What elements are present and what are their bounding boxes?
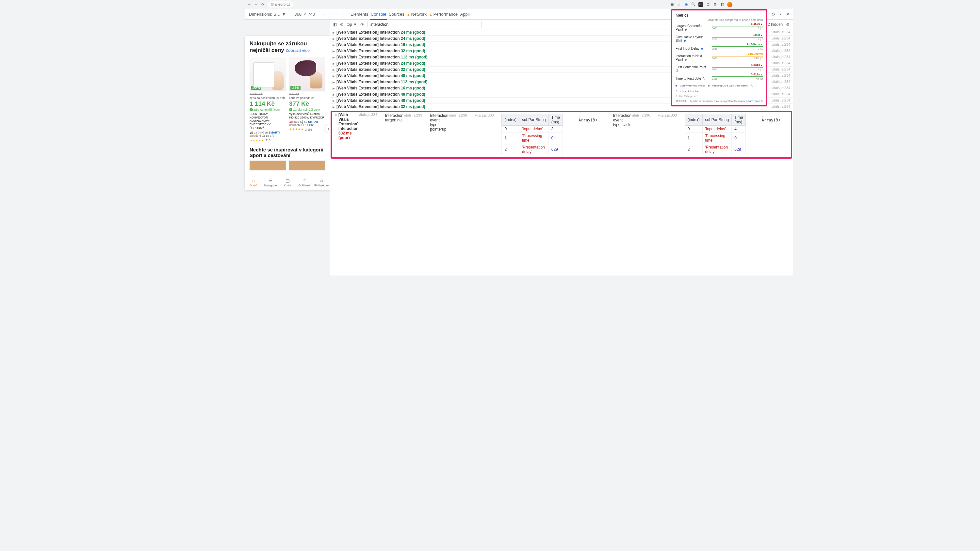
devtools-tab-performance[interactable]: Performance	[429, 9, 458, 19]
tab-kategorie[interactable]: ☰Kategorie	[262, 178, 279, 187]
panel-icon[interactable]: ◧	[720, 2, 725, 7]
price: 1 114 Kč	[250, 100, 286, 107]
dimensions-select[interactable]: Dimensions: S… ▼	[249, 12, 286, 17]
metric-row: Largest Contentful Paint 5.455s96%3 | 1	[676, 24, 763, 31]
inspect-icon[interactable]: ⬚	[333, 12, 337, 17]
height-input[interactable]: 740	[308, 12, 315, 17]
array-toggle[interactable]: Array(3)	[571, 113, 605, 123]
filter-input[interactable]	[368, 21, 482, 28]
tab-košík[interactable]: ▢Košík	[279, 178, 296, 187]
back-icon[interactable]: ←	[248, 2, 251, 6]
settings-icon[interactable]: ⚙	[771, 12, 775, 17]
price: 377 Kč	[289, 100, 325, 107]
ext3-icon[interactable]: CV	[698, 2, 703, 7]
device-preview-pane: Dimensions: S… ▼ 360 × 740 ⋮ Nakupujte s…	[245, 9, 330, 275]
devtools-pane: ⬚ ▯ Elements Console Sources Network Per…	[330, 9, 793, 275]
table-row: 0'Input delay'4	[685, 125, 746, 133]
ext2-icon[interactable]: 🔍	[691, 2, 696, 7]
table-row: 1'Processing time'0	[685, 133, 746, 144]
headline: Nakupujte se zárukou nejnižší ceny Zobra…	[250, 40, 325, 54]
context-select[interactable]: top ▼	[347, 22, 357, 27]
product-card[interactable]: -11% 425 Kč cena za posledních 377 Kč Zá…	[289, 57, 325, 142]
reload-icon[interactable]: ⟳	[261, 2, 264, 6]
metric-row: Interaction to Next Paint 216.000ms84%14…	[676, 54, 763, 61]
cast-icon[interactable]: ▣	[670, 2, 674, 7]
web-vitals-overlay: Metrics Local metrics compared to phone …	[671, 9, 767, 106]
tab-oblíbené[interactable]: ♡Oblíbené	[296, 178, 313, 187]
table-row: 2'Presentation delay'629	[502, 144, 563, 156]
section-heading: Nechte se inspirovat v kategorii Sport a…	[250, 147, 325, 158]
category-thumb[interactable]	[250, 160, 286, 170]
clear-icon[interactable]: ⊘	[340, 22, 343, 27]
table-row: 1'Processing time'0	[502, 133, 563, 144]
show-more-link[interactable]: Zobrazit více	[286, 48, 310, 53]
width-input[interactable]: 360	[294, 12, 302, 17]
metric-row: First Contentful Paint ⚗5.334s94%4 | 2	[676, 65, 763, 73]
metric-row: First Input Delay 11.500ms96%3 | 1	[676, 46, 763, 50]
timing-table: (index)subPartStringTime (ms)0'Input del…	[501, 114, 563, 156]
devtools-tab-console[interactable]: Console	[370, 9, 387, 20]
dimensions-bar: Dimensions: S… ▼ 360 × 740 ⋮	[245, 9, 330, 20]
devtools-tab-network[interactable]: Network	[406, 9, 427, 19]
address-bar[interactable]: ⊡ allegro.cz	[267, 1, 293, 8]
console-log-expanded[interactable]: ▼[Web Vitals Extension] Interaction 632 …	[331, 111, 792, 159]
tab-přihlásit se[interactable]: ☺Přihlásit se	[313, 178, 330, 187]
devtools-tab-elements[interactable]: Elements	[350, 9, 369, 19]
device-icon[interactable]: ▯	[342, 12, 345, 17]
star-icon[interactable]: ☆	[677, 2, 681, 7]
metric-row: Time to First Byte ⚗3.811s91%7% | 2	[676, 76, 763, 80]
product-image: -11%	[289, 57, 325, 91]
table-row: 0'Input delay'3	[502, 125, 563, 133]
more-icon[interactable]: ⋮	[322, 12, 326, 17]
table-row: 2'Presentation delay'628	[685, 144, 746, 156]
avatar[interactable]	[727, 2, 732, 7]
timing-table: (index)subPartStringTime (ms)0'Input del…	[685, 114, 746, 156]
extensions-icon[interactable]: ⧉	[713, 2, 718, 7]
product-image: -22%	[250, 57, 286, 91]
forward-icon[interactable]: →	[255, 2, 258, 6]
metrics-title: Metrics	[676, 13, 763, 17]
download-icon[interactable]: ⊡	[706, 2, 710, 7]
live-expression-icon[interactable]: 👁	[360, 22, 364, 27]
array-toggle[interactable]: Array(3)	[754, 113, 788, 123]
category-thumb[interactable]	[289, 160, 325, 170]
learn-more-link[interactable]: Learn more	[746, 100, 760, 103]
ext1-icon[interactable]: ◉	[684, 2, 689, 7]
browser-toolbar: ← → ⟳ ⊡ allegro.cz ▣ ☆ ◉ 🔍 CV ⊡ ⧉ ◧	[245, 0, 735, 9]
more-icon[interactable]: ⋮	[778, 12, 783, 17]
metrics-legend: Core Web Vital metric Pending Core Web V…	[676, 84, 763, 93]
settings-icon[interactable]: ⚙	[786, 22, 789, 27]
sidebar-toggle-icon[interactable]: ◧	[333, 22, 337, 27]
close-icon[interactable]: ✕	[786, 12, 789, 17]
mobile-viewport: Nakupujte se zárukou nejnižší ceny Zobra…	[245, 36, 330, 190]
devtools-tab-sources[interactable]: Sources	[388, 9, 405, 19]
bottom-tabbar: ⌂Domů☰Kategorie▢Košík♡Oblíbené☺Přihlásit…	[245, 175, 330, 190]
devtools-tab-appli[interactable]: Appli	[460, 9, 470, 19]
product-card[interactable]: -22% 1 435 Kč cena za posledních 30 dnů …	[250, 57, 286, 142]
metric-row: Cumulative Layout Shift 0.00097%1 | 2	[676, 35, 763, 43]
tab-domů[interactable]: ⌂Domů	[245, 178, 262, 187]
